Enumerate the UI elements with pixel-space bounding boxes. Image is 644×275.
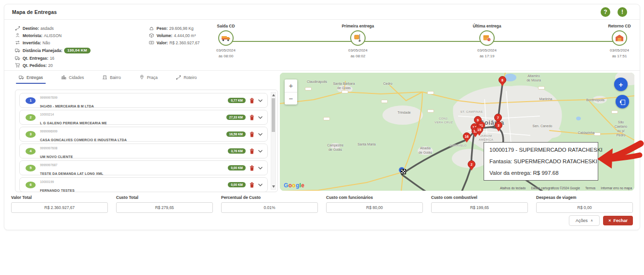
close-x-icon: × [608,218,611,223]
peso-label: Peso: [157,26,168,31]
help-icon[interactable]: ? [601,7,610,17]
map-print-button[interactable] [616,95,629,108]
chevron-down-icon[interactable] [258,99,263,102]
page-title: Mapa de Entregas [12,9,57,15]
delete-icon[interactable] [250,182,254,188]
panel-header: Mapa de Entregas ? ! [4,4,640,20]
swap-icon [15,40,20,45]
tab-entregas[interactable]: Entregas [19,75,43,84]
motorista-value: ALISSON [44,33,62,38]
depot-flag-marker[interactable] [398,167,407,176]
weight-icon [149,26,154,31]
map-marker-7[interactable]: 7 [494,114,502,121]
chevron-down-icon[interactable] [258,167,263,170]
tab-praca[interactable]: Praça [139,75,158,84]
delivery-row-3[interactable]: 3 9999996999CASA GONCALVES COMERCIO E IN… [19,127,268,142]
zoom-out-button[interactable]: − [285,92,297,105]
client-name: CASA GONCALVES COMERCIO E INDUSTRIA LTDA [40,138,127,142]
fechar-button[interactable]: ×Fechar [603,216,633,225]
package-clock-icon [482,33,492,43]
keyboard-shortcuts-link[interactable]: Atalhos do teclado [500,186,526,190]
delete-icon[interactable] [250,165,254,171]
tab-bairro[interactable]: Bairro [102,75,121,84]
stop-number-badge: 3 [26,131,36,138]
scroll-down-arrow[interactable] [272,185,275,188]
qt-entregas-label: Qt. Entregas: [23,56,48,61]
money-icon [149,40,154,45]
tab-cidades[interactable]: Cidades [61,75,84,84]
truck-icon [19,75,24,80]
destino-value: asdads [40,26,53,31]
google-map[interactable]: Claudinápolis Santa Bárbara de Goiás Ced… [280,73,634,191]
valor-label: Valor: [157,40,168,45]
client-code: 9999997608 [40,146,57,150]
map-add-button[interactable]: + [614,78,628,91]
motorista-label: Motorista: [23,33,42,38]
list-scrollbar[interactable] [271,92,276,190]
scrollbar-thumb[interactable] [272,98,275,132]
client-name: TESTE DA DEMANDA LAT LONG XML [40,172,104,175]
chevron-down-icon[interactable] [258,150,263,153]
route-icon [176,75,181,80]
delivery-map-panel: Mapa de Entregas ? ! Destino:asdads Moto… [4,4,640,230]
map-marker-15[interactable]: 15 [475,126,483,133]
timeline-step-retorno-cd: Retorno CD 03/05/2024às 17:51 [591,24,644,59]
delivery-row-2[interactable]: 2 10000214L G GALENO PEREIRA MERCEARIA M… [19,110,268,125]
summary-middle-column: Peso:29.606,98 Kg Volume:4.444,00 m³ Val… [149,25,199,46]
chevron-down-icon[interactable] [258,116,263,119]
building-icon [102,75,107,80]
report-error-link[interactable]: Informar erro no mapa [601,186,632,190]
client-name: L G GALENO PEREIRA MERCEARIA ME [40,121,107,125]
invertida-value: Não [42,40,50,45]
map-marker-2[interactable]: 2 [468,160,475,168]
marker-tooltip: 10000179 - SUPERMERCADO RATACHESKI Fanta… [484,142,598,181]
map-label-campestre: Campestre de Goiás [327,143,343,152]
delete-icon[interactable] [250,98,254,104]
map-label-st-campinas: ST. CAMPINAS [460,110,483,114]
step-datetime: 03/05/2024às 17:51 [591,48,644,59]
map-marker-8[interactable]: 8 [499,76,506,84]
chevron-down-icon[interactable] [258,183,263,186]
tab-roteiro[interactable]: Roteiro [176,75,197,84]
step-label: Primeira entrega [329,24,387,28]
client-name: UM NOVO CLIENTE [40,155,73,158]
delete-icon[interactable] [250,115,254,120]
alert-icon[interactable]: ! [618,7,627,17]
google-logo[interactable]: Google [284,182,304,189]
delete-icon[interactable] [250,131,254,137]
client-code: 10000199 [40,180,54,183]
map-marker-3[interactable]: 3 [495,121,502,129]
zoom-in-button[interactable]: + [285,79,297,92]
tooltip-title: 10000179 - SUPERMERCADO RATACHESKI [489,147,592,153]
truck-icon [221,33,231,43]
acoes-button[interactable]: Ações∧ [569,215,600,226]
client-code: 10000214 [40,113,54,116]
step-label: Saída CD [197,24,255,28]
tooltip-fantasia: Fantasia: SUPERMERCADO RATACHESKI [489,158,592,164]
map-marker-16[interactable]: 16 [463,132,471,140]
summary-left-column: Destino:asdads Motorista:ALISSON Inverti… [15,25,91,69]
map-label-caldazinha: Caldazinha [578,131,594,135]
delivery-row-6[interactable]: 6 10000199FERNANDO TESTES 0,00 KM [19,177,268,192]
delivery-row-4[interactable]: 4 9999997608UM NOVO CLIENTE 3,76 KM [19,144,268,158]
stop-number-badge: 4 [26,148,36,155]
checkered-flag-icon [401,169,406,174]
delivery-row-1[interactable]: 1 9999997699941450 - MERCEARIA B M LTDA … [19,93,268,108]
delete-icon[interactable] [250,148,254,154]
terms-link[interactable]: Termos [585,186,595,190]
total-custo-total: Custo Total R$ 279,65 [116,195,213,213]
client-name: FERNANDO TESTES [40,189,75,192]
delivery-row-5[interactable]: 5 9999997687TESTE DA DEMANDA LAT LONG XM… [19,160,268,175]
map-label-cedro: Cedro [383,81,392,86]
chevron-down-icon[interactable] [258,133,263,136]
valor-value: R$ 2.360.927,67 [170,40,200,45]
map-label-santa-barbara: Santa Bárbara de Goiás [333,81,355,90]
scroll-up-arrow[interactable] [272,94,275,96]
road-shield [427,109,434,113]
road-shield [342,90,348,93]
total-custo-funcionarios: Custo com funcionários R$ 80,00 [326,195,423,213]
stop-number-badge: 6 [26,182,36,188]
destino-label: Destino: [23,26,39,31]
footer-actions: Ações∧ ×Fechar [569,215,633,226]
trip-timeline: Saída CD 03/05/2024às 08:00 Primeira ent… [212,24,634,68]
